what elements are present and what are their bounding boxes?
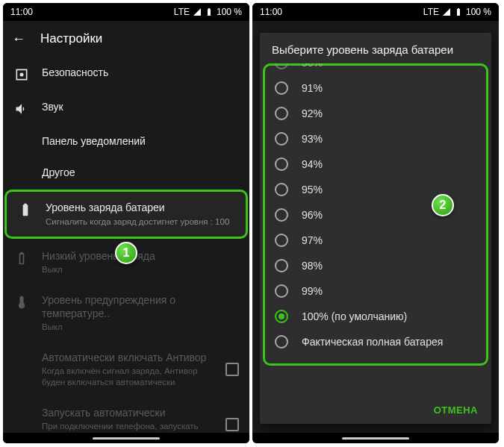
row-sub: Сигналить когда заряд достигнет уровня :…: [46, 216, 235, 228]
row-sub: Выкл: [42, 264, 239, 275]
step-badge-1: 1: [115, 242, 137, 264]
option-10[interactable]: 100% (по умолчанию): [260, 304, 491, 329]
row-sub: Когда включён сигнал заряда, Антивор буд…: [42, 366, 214, 388]
row-label: Панель уведомлений: [42, 134, 239, 148]
row-label: Запускать автоматически: [42, 406, 214, 419]
row-sub: Выкл: [42, 322, 239, 333]
option-label: Фактическая полная батарея: [302, 336, 443, 348]
option-3[interactable]: 93%: [260, 126, 491, 151]
dialog-title: Выберите уровень заряда батареи: [260, 33, 491, 63]
page-title: Настройки: [40, 31, 102, 46]
option-label: 92%: [302, 107, 323, 119]
option-0[interactable]: 90%: [260, 63, 491, 75]
status-right: LTE 100 %: [174, 7, 242, 17]
option-label: 98%: [302, 260, 323, 272]
row-label: Безопасность: [42, 66, 239, 79]
phone-right: 11:00 LTE 100 % Выберите уровень заряда …: [252, 3, 499, 443]
settings-list: Безопасность Звук Панель уведомлений Дру…: [3, 57, 249, 443]
option-8[interactable]: 98%: [260, 253, 491, 278]
option-9[interactable]: 99%: [260, 278, 491, 304]
radio-icon: [275, 107, 288, 120]
radio-icon: [275, 310, 288, 323]
option-label: 96%: [302, 209, 323, 221]
row-notif-panel[interactable]: Панель уведомлений: [3, 125, 249, 157]
nav-bar: [3, 433, 249, 443]
battery-icon: [205, 7, 214, 16]
radio-icon: [275, 81, 288, 95]
option-label: 99%: [302, 285, 323, 297]
cancel-button[interactable]: ОТМЕНА: [434, 404, 478, 416]
row-sound[interactable]: Звук: [3, 91, 249, 125]
battery-icon: [454, 7, 463, 16]
row-label: Другое: [42, 166, 239, 179]
row-other[interactable]: Другое: [3, 157, 249, 188]
speaker-icon: [13, 101, 30, 116]
status-time: 11:00: [260, 7, 282, 17]
option-label: 94%: [302, 158, 323, 170]
row-label: Звук: [42, 100, 239, 113]
option-5[interactable]: 95%: [260, 177, 491, 202]
battery-level-dialog: Выберите уровень заряда батареи 2 90%91%…: [260, 33, 491, 424]
checkbox[interactable]: [225, 363, 239, 376]
option-label: 90%: [302, 63, 323, 69]
step-badge-2: 2: [432, 194, 454, 216]
radio-icon: [275, 259, 288, 272]
option-label: 93%: [302, 133, 323, 145]
radio-icon: [275, 335, 288, 348]
radio-icon: [275, 132, 288, 146]
status-lte: LTE: [423, 7, 439, 17]
radio-icon: [275, 208, 288, 222]
status-lte: LTE: [174, 7, 190, 17]
radio-icon: [275, 157, 288, 171]
row-label: Низкий уровень заряда: [42, 249, 239, 263]
battery-full-icon: [17, 202, 34, 217]
temperature-icon: [13, 295, 30, 310]
option-label: 97%: [302, 234, 323, 246]
battery-low-icon: [13, 251, 30, 266]
option-7[interactable]: 97%: [260, 228, 491, 253]
row-label: Уровень предупреждения о температуре..: [42, 293, 239, 320]
back-icon[interactable]: ←: [12, 31, 25, 47]
dialog-actions: ОТМЕНА: [260, 396, 491, 424]
row-label: Уровень заряда батареи: [46, 201, 235, 214]
option-2[interactable]: 92%: [260, 101, 491, 126]
row-low-battery[interactable]: Низкий уровень заряда Выкл 1: [3, 240, 249, 284]
status-bar: 11:00 LTE 100 %: [3, 3, 249, 21]
toolbar: ← Настройки: [3, 21, 249, 57]
option-1[interactable]: 91%: [260, 75, 491, 101]
row-security[interactable]: Безопасность: [3, 57, 249, 91]
row-battery-level[interactable]: Уровень заряда батареи Сигналить когда з…: [4, 190, 248, 238]
status-bar: 11:00 LTE 100 %: [252, 3, 499, 21]
svg-point-0: [20, 73, 24, 77]
radio-icon: [275, 284, 288, 298]
signal-icon: [442, 7, 451, 16]
option-6[interactable]: 96%: [260, 202, 491, 228]
option-label: 100% (по умолчанию): [302, 310, 407, 322]
radio-icon: [275, 183, 288, 196]
phone-left: 11:00 LTE 100 % ← Настройки Безопасность…: [3, 3, 249, 443]
option-11[interactable]: Фактическая полная батарея: [260, 329, 491, 354]
status-right: LTE 100 %: [423, 7, 491, 17]
row-temperature[interactable]: Уровень предупреждения о температуре.. В…: [3, 284, 249, 342]
row-label: Автоматически включать Антивор: [42, 351, 214, 364]
option-label: 91%: [302, 82, 323, 94]
signal-icon: [193, 7, 202, 16]
status-battery: 100 %: [217, 7, 242, 17]
row-auto-antitheft[interactable]: Автоматически включать Антивор Когда вкл…: [3, 342, 249, 397]
radio-icon: [275, 234, 288, 247]
status-time: 11:00: [10, 7, 33, 17]
option-4[interactable]: 94%: [260, 151, 491, 177]
option-label: 95%: [302, 184, 323, 196]
shield-icon: [13, 67, 30, 82]
status-battery: 100 %: [466, 7, 491, 17]
radio-icon: [275, 63, 288, 69]
dialog-options[interactable]: 2 90%91%92%93%94%95%96%97%98%99%100% (по…: [260, 63, 491, 396]
checkbox[interactable]: [225, 418, 239, 431]
nav-bar: [252, 433, 499, 443]
